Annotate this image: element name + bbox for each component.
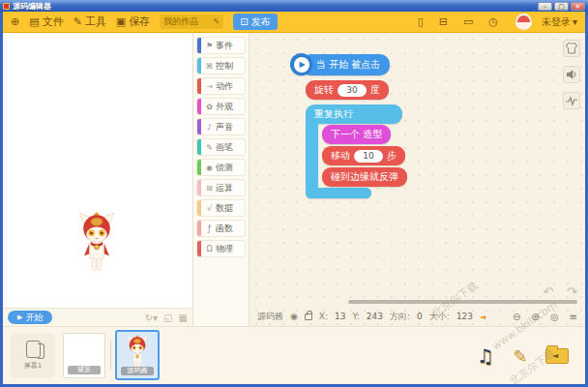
side-tools xyxy=(563,40,580,109)
costume-tab-button[interactable] xyxy=(563,40,580,57)
globe-icon[interactable]: ⊕ xyxy=(11,15,19,28)
palette-category-sensing[interactable]: ◉侦测 xyxy=(196,159,246,176)
motion-color-bar xyxy=(197,78,201,94)
import-button[interactable] xyxy=(543,341,572,372)
control-color-bar xyxy=(197,58,201,74)
block-bounce-on-edge[interactable]: 碰到边缘就反弹 xyxy=(322,167,407,187)
palette-category-label: 控制 xyxy=(216,60,233,73)
thumb-divider xyxy=(110,341,111,370)
undo-button[interactable]: ↶ xyxy=(543,284,553,299)
caret-down-icon: ▾ xyxy=(573,16,577,27)
menu-file[interactable]: ▤ 文件 xyxy=(29,15,63,29)
block-repeat-forever[interactable]: 重复执行 xyxy=(306,104,402,124)
rotate-value-input[interactable]: 30 xyxy=(338,84,367,97)
visibility-eye-icon[interactable]: ◉ xyxy=(290,312,298,321)
palette-category-pen[interactable]: ✎画笔 xyxy=(196,138,246,156)
palette-category-data[interactable]: √数据 xyxy=(196,199,246,217)
repeat-bottom xyxy=(306,188,371,198)
play-icon: ▶ xyxy=(290,53,312,75)
repeat-spine xyxy=(306,123,318,189)
palette-category-sound[interactable]: ♪声音 xyxy=(196,118,246,135)
move-value-input[interactable]: 10 xyxy=(354,150,383,163)
title-bar: 源码编辑器 – ▢ ✕ xyxy=(0,0,588,12)
sound-tab-button[interactable] xyxy=(563,66,580,83)
grid-icon[interactable]: ▦ xyxy=(179,313,188,323)
palette-category-operators[interactable]: ⊞运算 xyxy=(196,179,246,196)
palette-category-functions[interactable]: ƒ函数 xyxy=(196,220,246,237)
publish-button[interactable]: ⊡ 发布 xyxy=(233,14,277,30)
asset-panel: 屏幕1 背景 xyxy=(3,326,585,384)
sensing-icon: ◉ xyxy=(205,164,214,172)
palette-category-motion[interactable]: →动作 xyxy=(196,77,246,95)
lock-icon[interactable] xyxy=(305,313,312,320)
status-direction-value: 0 xyxy=(417,312,423,321)
block-workspace[interactable]: ▶ 当 开始 被点击 旋转 30 度 重复执行 下一个 造型 移动 10 步 xyxy=(250,33,585,326)
palette-category-label: 画笔 xyxy=(216,141,233,154)
center-target-icon[interactable]: ◎ xyxy=(550,312,559,322)
start-button[interactable]: ▶ 开始 xyxy=(8,311,52,324)
screen-card[interactable]: 屏幕1 xyxy=(11,333,55,378)
client-area: ⊕ ▤ 文件 ✎ 工具 ▣ 保存 我的作品 ✎ ⊡ 发布 ▯ xyxy=(3,12,585,384)
phone-icon[interactable]: ▯ xyxy=(418,15,424,28)
screens-icon xyxy=(26,341,41,358)
sprite-thumbnail-selected[interactable]: 源码酱 xyxy=(115,330,160,380)
window-title: 源码编辑器 xyxy=(13,1,538,12)
sound-icon: ♪ xyxy=(205,123,214,132)
palette-category-label: 运算 xyxy=(216,182,233,194)
file-icon: ▤ xyxy=(29,15,39,28)
palette-category-physics[interactable]: Ω物理 xyxy=(196,240,246,257)
tools-icon: ✎ xyxy=(74,15,82,28)
minimize-button[interactable]: – xyxy=(538,2,552,11)
edit-pencil-icon: ✎ xyxy=(214,17,220,26)
palette-category-label: 数据 xyxy=(216,202,233,215)
shirt-icon xyxy=(566,43,577,54)
avatar[interactable] xyxy=(515,14,532,30)
stage-footer: ▶ 开始 ↻▾ ◱ ▦ xyxy=(3,308,192,326)
palette-category-label: 物理 xyxy=(216,243,233,255)
menu-save[interactable]: ▣ 保存 xyxy=(116,15,150,29)
palette-category-control[interactable]: ⌘控制 xyxy=(196,57,246,74)
status-size-value: 123 xyxy=(456,312,473,321)
control-icon: ⌘ xyxy=(205,62,214,71)
block-when-start-clicked[interactable]: ▶ 当 开始 被点击 xyxy=(290,53,390,75)
data-tab-button[interactable] xyxy=(563,92,580,109)
pen-icon: ✎ xyxy=(205,143,214,152)
close-button[interactable]: ✕ xyxy=(571,2,585,11)
status-y-value: 243 xyxy=(367,312,383,321)
fullscreen-icon[interactable]: ◱ xyxy=(163,313,172,323)
redo-button[interactable]: ↷ xyxy=(567,284,577,299)
menu-tools[interactable]: ✎ 工具 xyxy=(74,15,106,29)
block-palette: ⚑事件⌘控制→动作✿外观♪声音✎画笔◉侦测⊞运算√数据ƒ函数Ω物理 xyxy=(193,33,250,326)
physics-color-bar xyxy=(197,241,201,256)
block-move[interactable]: 移动 10 步 xyxy=(322,146,405,165)
block-rotate[interactable]: 旋转 30 度 xyxy=(306,80,389,100)
zoom-out-icon[interactable]: ⊖ xyxy=(513,312,520,322)
palette-category-label: 事件 xyxy=(216,40,233,52)
horizontal-scrollbar[interactable] xyxy=(348,300,577,304)
zoom-in-icon[interactable]: ⊕ xyxy=(531,312,539,322)
maximize-button[interactable]: ▢ xyxy=(554,2,569,11)
block-next-costume[interactable]: 下一个 造型 xyxy=(322,125,391,144)
folder-icon[interactable]: ▭ xyxy=(463,15,473,28)
upload-folder-icon xyxy=(545,348,569,364)
paint-icon: ✎ xyxy=(513,346,527,367)
sprite-on-stage[interactable] xyxy=(74,208,119,282)
login-button[interactable]: 未登录 ▾ xyxy=(542,15,577,29)
functions-color-bar xyxy=(197,221,201,236)
palette-category-looks[interactable]: ✿外观 xyxy=(196,98,246,115)
add-music-button[interactable]: ♫ xyxy=(471,341,500,372)
project-name-input[interactable]: 我的作品 ✎ xyxy=(160,15,223,29)
data-color-bar xyxy=(197,200,201,216)
clock-icon[interactable]: ◷ xyxy=(488,15,498,28)
events-color-bar xyxy=(197,38,201,53)
rotate-device-icon[interactable]: ↻▾ xyxy=(145,313,158,323)
list-menu-icon[interactable]: ≡ xyxy=(570,312,577,322)
speaker-icon xyxy=(566,69,577,80)
looks-icon: ✿ xyxy=(205,103,214,111)
paint-button[interactable]: ✎ xyxy=(506,341,535,372)
app-icon xyxy=(3,3,10,10)
background-thumbnail[interactable]: 背景 xyxy=(63,333,105,378)
app-window: 源码编辑器 – ▢ ✕ ⊕ ▤ 文件 ✎ 工具 ▣ 保存 我的作品 ✎ xyxy=(0,0,588,387)
palette-category-events[interactable]: ⚑事件 xyxy=(196,37,246,54)
box-icon[interactable]: ⊟ xyxy=(439,15,448,28)
